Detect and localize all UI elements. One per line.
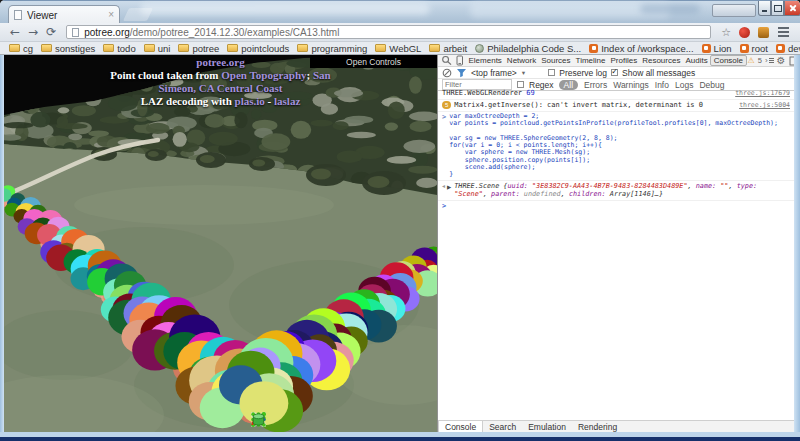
devtools-tab-timeline[interactable]: Timeline [573,56,608,65]
bookmark-item[interactable]: pointclouds [223,43,293,54]
folder-icon [227,44,238,52]
volume-measurement-icon[interactable] [370,411,387,428]
reload-icon[interactable]: ⟳ [46,26,56,38]
bookmark-label: todo [117,43,136,54]
menu-icon[interactable] [778,27,789,37]
frame-context-selector[interactable]: <top frame> [471,68,517,78]
pointcloud-viewport[interactable] [4,55,437,432]
bookmark-item[interactable]: Index of /workspace... [585,43,697,54]
browser-tab[interactable]: Viewer × [8,5,120,24]
extension-red-icon[interactable] [739,27,750,38]
drawer-tab-rendering[interactable]: Rendering [572,421,623,432]
result-segment: undefined [524,190,561,198]
source-link[interactable]: three.js:17679 [727,89,790,98]
devtools-tab-audits[interactable]: Audits [683,56,710,65]
drawer-tab-console[interactable]: Console [438,421,483,432]
devtools-tab-sources[interactable]: Sources [539,56,573,65]
device-mode-icon[interactable] [454,55,465,66]
tab-close-icon[interactable]: × [108,10,114,20]
result-segment: children: [569,190,610,198]
orbit-controls-icon[interactable] [270,411,287,428]
clip-volume-icon[interactable] [410,411,427,428]
show-drawer-icon[interactable]: › [765,56,774,65]
window-titlebar: Viewer × [0,0,800,23]
devtools-drawer: ConsoleSearchEmulationRendering [438,420,794,432]
devtools-tab-profiles[interactable]: Profiles [608,56,640,65]
extension-orange-icon[interactable] [758,27,769,38]
devtools-tab-resources[interactable]: Resources [640,56,683,65]
devtools-tab-network[interactable]: Network [504,56,538,65]
folder-icon [144,44,155,52]
bookmark-item[interactable]: Philadelphia Code S... [471,43,585,54]
bookmark-item[interactable]: potree [174,43,223,54]
folder-icon [41,44,52,52]
bookmark-item[interactable]: todo [99,43,140,54]
glass-reflection [640,4,700,14]
bookmark-label: root [752,43,768,54]
devtools-tab-console[interactable]: Console [710,55,746,66]
restore-button[interactable] [771,1,784,16]
bookmark-item[interactable]: uni [140,43,175,54]
pointcloud-viewer[interactable]: potree.orgPoint cloud taken from Open To… [4,55,437,432]
drawer-tab-search[interactable]: Search [483,421,522,432]
url-path: /demo/potree_2014.12.30/examples/CA13.ht… [130,27,340,38]
result-segment: name: [696,182,721,190]
half-resolution-icon[interactable]: ½ [310,411,327,428]
bookmark-item[interactable]: arbeit [425,43,471,54]
area-measurement-icon[interactable] [350,411,367,428]
bookmark-item[interactable]: root [736,43,772,54]
forward-icon[interactable]: → [28,26,38,38]
window-frame-left [0,55,4,432]
bookmark-item[interactable]: programming [293,43,371,54]
result-segment: , [688,182,696,190]
browser-window: Viewer × ← → ⟳ potree.org/demo/potree_20… [0,0,800,441]
height-profile-icon[interactable] [390,411,407,428]
url-domain: potree.org [84,27,130,38]
bookmark-item[interactable]: sonstiges [37,43,99,54]
bookmark-label: programming [311,43,367,54]
filter-funnel-icon[interactable] [456,68,467,78]
source-link[interactable]: three.js:5004 [731,101,790,110]
console-input[interactable]: > [438,201,794,212]
preserve-log-checkbox[interactable] [548,69,555,76]
result-segment: Array[1146]…} [610,190,663,198]
expand-triangle-icon[interactable]: ▶ [447,183,451,192]
bookmark-star-icon[interactable]: ☆ [721,26,731,39]
result-segment: , [561,190,569,198]
show-all-messages-checkbox[interactable]: ✓ [611,69,618,76]
console-result-entry: ◂ ▶ THREE.Scene {uuid: "3E8382C9-AA43-4B… [438,181,794,201]
bookmark-label: sonstiges [55,43,95,54]
settings-gear-icon[interactable]: ⚙ [777,56,786,66]
bookmark-label: WebGL [389,43,421,54]
bookmark-label: arbeit [443,43,467,54]
minimize-button[interactable] [758,1,771,16]
distance-measurement-icon[interactable] [330,411,347,428]
devtools-tab-elements[interactable]: Elements [466,56,504,65]
globe-icon [475,44,484,53]
result-segment: "Scene" [454,190,483,198]
bookmark-item[interactable]: WebGL [371,43,425,54]
new-tab-button[interactable] [123,8,153,21]
open-controls-button[interactable]: Open Controls [310,55,437,68]
warning-text: Matrix4.getInverse(): can't invert matri… [454,101,703,110]
restore-icon [774,5,782,12]
bookmark-label: potree [192,43,219,54]
drawer-tab-emulation[interactable]: Emulation [522,421,572,432]
console-messages[interactable]: THREE.WebGLRenderer 69 three.js:17679 5 … [438,88,794,421]
focus-icon[interactable] [290,411,307,428]
bookmarks-bar: cgsonstigestodounipotreepointcloudsprogr… [0,42,800,55]
warning-icon[interactable]: ⚠ [748,56,755,65]
bookmark-item[interactable]: develop [772,43,800,54]
bookmark-item[interactable]: Lion [698,43,736,54]
back-icon[interactable]: ← [10,26,20,38]
regex-checkbox[interactable] [517,81,524,88]
bookmark-item[interactable]: cg [5,43,37,54]
inspect-element-icon[interactable] [441,55,453,66]
close-button[interactable] [784,1,800,16]
command-prompt-icon: > [442,113,446,122]
address-bar[interactable]: potree.org/demo/potree_2014.12.30/exampl… [66,25,711,39]
clear-console-icon[interactable] [442,68,452,78]
window-frame-right [794,55,800,432]
console-context-bar: <top frame> ▼ Preserve log ✓ Show all me… [438,67,794,79]
result-segment: parent: [491,190,524,198]
